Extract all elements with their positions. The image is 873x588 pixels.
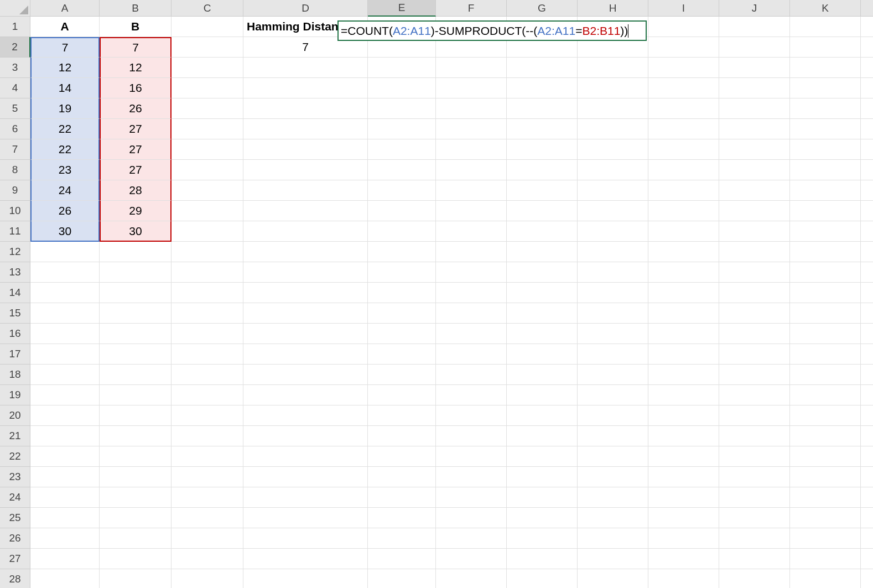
cell-I4[interactable] (648, 78, 719, 98)
cell-A17[interactable] (30, 344, 100, 365)
cell-D9[interactable] (243, 180, 368, 201)
row-header-24[interactable]: 24 (0, 487, 30, 508)
cell-G16[interactable] (507, 324, 578, 344)
cell-H8[interactable] (578, 160, 648, 180)
cell-K5[interactable] (790, 98, 861, 119)
cell-D12[interactable] (243, 242, 368, 262)
cell-K4[interactable] (790, 78, 861, 98)
cell-J18[interactable] (719, 365, 790, 385)
cell-H24[interactable] (578, 487, 648, 508)
cell-D7[interactable] (243, 139, 368, 160)
cell-A3[interactable]: 12 (30, 58, 100, 78)
row-header-21[interactable]: 21 (0, 426, 30, 446)
cell-F21[interactable] (436, 426, 507, 446)
cell-D13[interactable] (243, 262, 368, 283)
cell-K8[interactable] (790, 160, 861, 180)
cell-A2[interactable]: 7 (30, 37, 100, 58)
cell-G23[interactable] (507, 467, 578, 487)
select-all-corner[interactable] (0, 0, 30, 17)
column-header-C[interactable]: C (172, 0, 243, 17)
cell-I13[interactable] (648, 262, 719, 283)
cell-B17[interactable] (100, 344, 172, 365)
cell-H6[interactable] (578, 119, 648, 139)
cell-J10[interactable] (719, 201, 790, 221)
cell-J17[interactable] (719, 344, 790, 365)
cell-B6[interactable]: 27 (100, 119, 172, 139)
cell-G28[interactable] (507, 569, 578, 588)
cell-E14[interactable] (368, 283, 436, 303)
row-header-7[interactable]: 7 (0, 139, 30, 160)
cell-G25[interactable] (507, 508, 578, 528)
cell-B24[interactable] (100, 487, 172, 508)
cell-D26[interactable] (243, 528, 368, 549)
cell-F25[interactable] (436, 508, 507, 528)
cell-A20[interactable] (30, 405, 100, 426)
cell-D23[interactable] (243, 467, 368, 487)
cell-I8[interactable] (648, 160, 719, 180)
cell-E23[interactable] (368, 467, 436, 487)
cell-C9[interactable] (172, 180, 243, 201)
cell-K24[interactable] (790, 487, 861, 508)
cell-C27[interactable] (172, 549, 243, 569)
cell-J23[interactable] (719, 467, 790, 487)
cell-I23[interactable] (648, 467, 719, 487)
cell-C21[interactable] (172, 426, 243, 446)
cell-G21[interactable] (507, 426, 578, 446)
cell-K3[interactable] (790, 58, 861, 78)
cell-E8[interactable] (368, 160, 436, 180)
cell-A26[interactable] (30, 528, 100, 549)
cell-L23[interactable] (861, 467, 873, 487)
cell-F9[interactable] (436, 180, 507, 201)
cell-F23[interactable] (436, 467, 507, 487)
row-header-17[interactable]: 17 (0, 344, 30, 365)
cell-F22[interactable] (436, 446, 507, 467)
cell-J7[interactable] (719, 139, 790, 160)
cell-F17[interactable] (436, 344, 507, 365)
cell-B11[interactable]: 30 (100, 221, 172, 242)
cell-D6[interactable] (243, 119, 368, 139)
cell-G13[interactable] (507, 262, 578, 283)
cell-G24[interactable] (507, 487, 578, 508)
cell-J25[interactable] (719, 508, 790, 528)
cell-L3[interactable] (861, 58, 873, 78)
cell-E9[interactable] (368, 180, 436, 201)
cell-E11[interactable] (368, 221, 436, 242)
cell-L16[interactable] (861, 324, 873, 344)
cell-L24[interactable] (861, 487, 873, 508)
cell-F11[interactable] (436, 221, 507, 242)
cell-J20[interactable] (719, 405, 790, 426)
cell-J19[interactable] (719, 385, 790, 405)
cell-B27[interactable] (100, 549, 172, 569)
cell-G11[interactable] (507, 221, 578, 242)
cell-B19[interactable] (100, 385, 172, 405)
cell-B5[interactable]: 26 (100, 98, 172, 119)
cell-C12[interactable] (172, 242, 243, 262)
cell-A11[interactable]: 30 (30, 221, 100, 242)
cell-I5[interactable] (648, 98, 719, 119)
cell-C18[interactable] (172, 365, 243, 385)
cell-grid[interactable]: ABHamming Distance7771212141619262227222… (30, 17, 873, 588)
cell-A12[interactable] (30, 242, 100, 262)
cell-A25[interactable] (30, 508, 100, 528)
cell-J2[interactable] (719, 37, 790, 58)
column-header-L[interactable]: L (861, 0, 873, 17)
row-header-12[interactable]: 12 (0, 242, 30, 262)
cell-H26[interactable] (578, 528, 648, 549)
cell-A27[interactable] (30, 549, 100, 569)
cell-L25[interactable] (861, 508, 873, 528)
cell-F8[interactable] (436, 160, 507, 180)
cell-A7[interactable]: 22 (30, 139, 100, 160)
cell-L10[interactable] (861, 201, 873, 221)
row-header-15[interactable]: 15 (0, 303, 30, 324)
cell-J4[interactable] (719, 78, 790, 98)
cell-J13[interactable] (719, 262, 790, 283)
cell-K28[interactable] (790, 569, 861, 588)
cell-B21[interactable] (100, 426, 172, 446)
cell-L17[interactable] (861, 344, 873, 365)
cell-L1[interactable] (861, 17, 873, 37)
cell-I10[interactable] (648, 201, 719, 221)
formula-edit-overlay[interactable]: =COUNT(A2:A11)-SUMPRODUCT(--(A2:A11 = B2… (337, 20, 647, 41)
cell-H27[interactable] (578, 549, 648, 569)
cell-G9[interactable] (507, 180, 578, 201)
cell-H17[interactable] (578, 344, 648, 365)
